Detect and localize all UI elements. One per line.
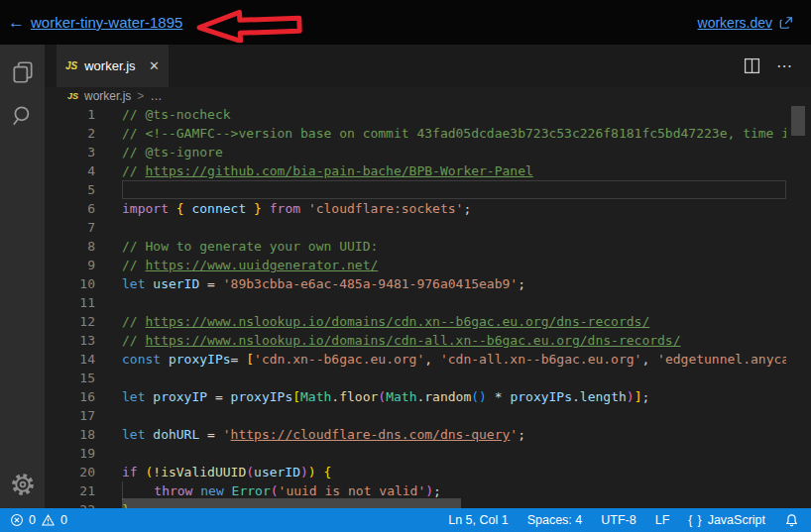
line-number[interactable]: 13 <box>45 331 95 350</box>
tab-worker-js[interactable]: JS worker.js ✕ <box>57 45 169 87</box>
main-area: JS worker.js ✕ ⋯ JS worker.js > … 1// @t… <box>0 45 811 508</box>
warnings-indicator[interactable]: 0 <box>41 513 67 527</box>
line-number[interactable]: 7 <box>45 218 95 237</box>
code-line[interactable]: 6import { connect } from 'cloudflare:soc… <box>45 199 811 218</box>
status-bar: 0 0 Ln 5, Col 1 Spaces: 4 UTF-8 LF { } J… <box>0 508 811 532</box>
code-line[interactable]: 5 <box>45 180 811 199</box>
tab-bar: JS worker.js ✕ ⋯ <box>45 45 811 87</box>
editor-group: JS worker.js ✕ ⋯ JS worker.js > … 1// @t… <box>45 45 811 508</box>
line-number[interactable]: 17 <box>45 406 95 425</box>
errors-indicator[interactable]: 0 <box>10 513 36 527</box>
more-actions-icon[interactable]: ⋯ <box>776 56 793 75</box>
code-line[interactable]: 7 <box>45 218 811 237</box>
line-number[interactable]: 4 <box>45 161 95 180</box>
external-link-icon[interactable] <box>779 16 793 30</box>
top-header: ← worker-tiny-water-1895 workers.dev <box>0 0 811 45</box>
code-line[interactable]: 1// @ts-nocheck <box>45 105 811 124</box>
line-number[interactable]: 8 <box>45 237 95 256</box>
line-number[interactable]: 19 <box>45 444 95 463</box>
workers-dev-link[interactable]: workers.dev <box>698 15 772 31</box>
line-number[interactable]: 16 <box>45 387 95 406</box>
code-line[interactable]: 4// https://github.com/bia-pain-bache/BP… <box>45 161 811 180</box>
close-tab-icon[interactable]: ✕ <box>149 58 160 73</box>
line-number[interactable]: 2 <box>45 124 95 143</box>
code-line[interactable]: 15 <box>45 369 811 387</box>
error-count: 0 <box>29 513 36 527</box>
eol-setting[interactable]: LF <box>655 513 670 527</box>
breadcrumb-filename[interactable]: worker.js <box>84 89 131 103</box>
line-number[interactable]: 9 <box>45 256 95 274</box>
code-line[interactable]: 17 <box>45 406 811 425</box>
tab-label: worker.js <box>84 58 135 73</box>
breadcrumb-separator: > <box>137 89 144 103</box>
code-line[interactable]: 10let userID = '89b3cbba-e6ac-485a-9481-… <box>45 274 811 293</box>
code-line[interactable]: 2// <!--GAMFC-->version base on commit 4… <box>45 124 811 143</box>
line-number[interactable]: 10 <box>45 274 95 293</box>
javascript-file-icon: JS <box>65 60 77 71</box>
code-line[interactable]: 14const proxyIPs= ['cdn.xn--b6gac.eu.org… <box>45 350 811 369</box>
files-icon[interactable] <box>9 58 37 86</box>
code-lines: 1// @ts-nocheck2// <!--GAMFC-->version b… <box>45 105 811 508</box>
warning-count: 0 <box>60 513 67 527</box>
gear-icon[interactable] <box>9 471 37 498</box>
encoding-setting[interactable]: UTF-8 <box>601 513 636 527</box>
red-annotation-arrow-icon <box>195 7 303 45</box>
line-number[interactable]: 1 <box>45 105 95 124</box>
code-editor[interactable]: 1// @ts-nocheck2// <!--GAMFC-->version b… <box>45 105 811 508</box>
line-number[interactable]: 22 <box>45 500 95 508</box>
vertical-scrollbar-thumb[interactable] <box>791 106 805 136</box>
curly-braces-icon: { } <box>688 513 702 527</box>
back-arrow-icon[interactable]: ← <box>8 14 25 31</box>
line-number[interactable]: 12 <box>45 312 95 331</box>
code-line[interactable]: 11 <box>45 293 811 312</box>
breadcrumb[interactable]: JS worker.js > … <box>45 87 811 105</box>
language-label: JavaScript <box>708 513 765 527</box>
activity-bar <box>0 45 45 508</box>
error-icon <box>10 513 24 527</box>
code-line[interactable]: 9// https://www.uuidgenerator.net/ <box>45 256 811 274</box>
line-number[interactable]: 6 <box>45 199 95 218</box>
horizontal-scrollbar-thumb[interactable] <box>122 498 461 508</box>
code-line[interactable]: 8// How to generate your own UUID: <box>45 237 811 256</box>
notifications-bell-icon[interactable] <box>784 513 799 528</box>
code-line[interactable]: 18let dohURL = 'https://cloudflare-dns.c… <box>45 425 811 444</box>
line-number[interactable]: 11 <box>45 293 95 312</box>
line-number[interactable]: 20 <box>45 463 95 481</box>
line-number[interactable]: 15 <box>45 369 95 387</box>
language-mode[interactable]: { } JavaScript <box>688 513 765 527</box>
breadcrumb-file-icon: JS <box>67 91 78 101</box>
line-number[interactable]: 14 <box>45 350 95 369</box>
split-editor-icon[interactable] <box>744 57 760 74</box>
cursor-position[interactable]: Ln 5, Col 1 <box>448 513 508 527</box>
code-line[interactable]: 16let proxyIP = proxyIPs[Math.floor(Math… <box>45 387 811 406</box>
search-icon[interactable] <box>9 102 37 130</box>
code-line[interactable]: 13// https://www.nslookup.io/domains/cdn… <box>45 331 811 350</box>
breadcrumb-symbol-ellipsis[interactable]: … <box>150 89 162 103</box>
line-number[interactable]: 18 <box>45 425 95 444</box>
line-number[interactable]: 21 <box>45 481 95 500</box>
worker-name-link[interactable]: worker-tiny-water-1895 <box>31 14 182 31</box>
code-line[interactable]: 19 <box>45 444 811 463</box>
warning-icon <box>41 513 56 527</box>
code-line[interactable]: 3// @ts-ignore <box>45 143 811 161</box>
indentation-setting[interactable]: Spaces: 4 <box>527 513 583 527</box>
line-number[interactable]: 5 <box>45 180 95 199</box>
code-line[interactable]: 20if (!isValidUUID(userID)) { <box>45 463 811 481</box>
line-number[interactable]: 3 <box>45 143 95 161</box>
code-line[interactable]: 12// https://www.nslookup.io/domains/cdn… <box>45 312 811 331</box>
